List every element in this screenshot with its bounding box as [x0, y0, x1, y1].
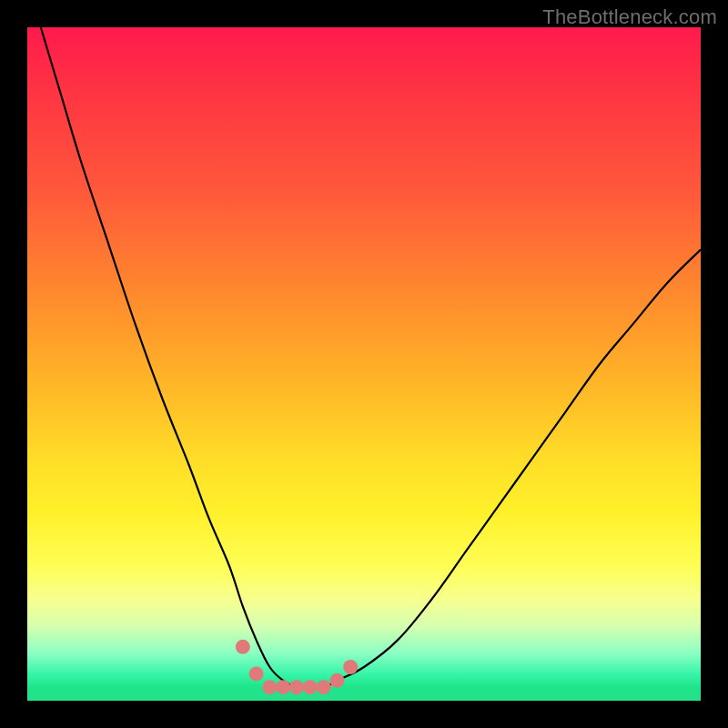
valley-dot	[317, 680, 331, 694]
plot-area	[27, 27, 701, 701]
valley-dot	[276, 680, 290, 694]
valley-dot	[303, 680, 318, 694]
valley-dot	[329, 673, 344, 688]
valley-dot	[262, 680, 277, 694]
watermark-text: TheBottleneck.com	[542, 5, 717, 29]
curve-layer	[27, 27, 701, 701]
valley-dots-group	[236, 640, 358, 694]
valley-dot	[343, 660, 358, 674]
valley-dot	[249, 666, 264, 681]
chart-frame: TheBottleneck.com	[0, 0, 728, 728]
bottleneck-curve	[41, 27, 701, 688]
valley-dot	[236, 640, 250, 654]
valley-dot	[289, 680, 304, 694]
